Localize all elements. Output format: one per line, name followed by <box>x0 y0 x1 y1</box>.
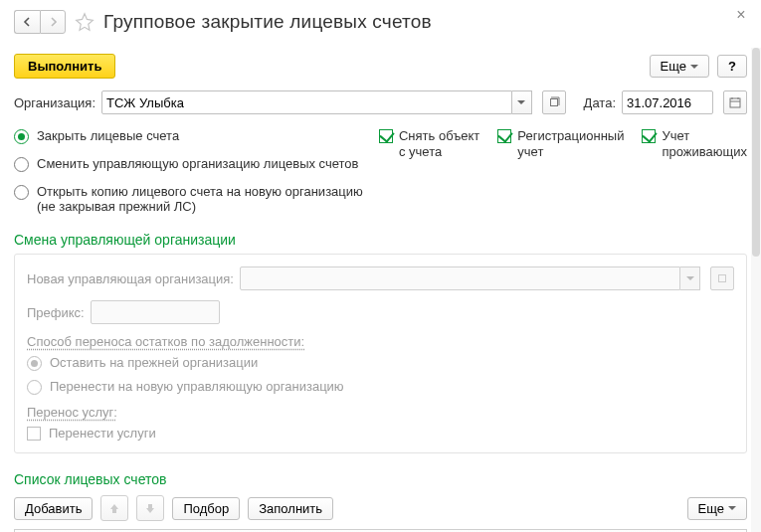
help-button[interactable]: ? <box>717 55 747 78</box>
mode-change-org[interactable]: Сменить управляющую организацию лицевых … <box>14 156 363 172</box>
new-org-input-wrap <box>240 266 700 290</box>
radio-icon <box>14 157 29 172</box>
checkbox-icon <box>27 427 41 441</box>
prefix-input <box>91 300 220 324</box>
list-section-title: Список лицевых счетов <box>14 471 747 487</box>
services-transfer-check: Перенести услуги <box>27 426 734 441</box>
mode-close-accounts[interactable]: Закрыть лицевые счета <box>14 128 363 144</box>
open-external-icon <box>548 96 560 108</box>
pick-button[interactable]: Подбор <box>172 497 240 520</box>
radio-icon <box>27 356 42 371</box>
balance-transfer-label: Способ переноса остатков по задолженност… <box>27 334 304 349</box>
checkbox-icon <box>379 129 393 143</box>
svg-rect-1 <box>730 98 740 107</box>
calendar-icon <box>729 96 741 108</box>
date-calendar-button[interactable] <box>723 90 747 114</box>
scrollbar-thumb[interactable] <box>752 48 760 257</box>
nav-back-button[interactable] <box>14 10 40 34</box>
check-remove-object[interactable]: Снять объект с учета <box>379 128 479 214</box>
services-transfer-label: Перенос услуг: <box>27 405 117 420</box>
balance-move-new-label: Перенести на новую управляющую организац… <box>50 379 344 394</box>
balance-move-new: Перенести на новую управляющую организац… <box>27 379 734 395</box>
list-more-button[interactable]: Еще <box>687 497 747 520</box>
nav-forward-button[interactable] <box>40 10 66 34</box>
organization-open-button[interactable] <box>542 90 566 114</box>
check-residents[interactable]: Учет проживающих <box>642 128 747 214</box>
list-more-button-label: Еще <box>698 501 724 516</box>
new-org-label: Новая управляющая организация: <box>27 271 234 286</box>
close-button[interactable]: × <box>733 6 749 22</box>
services-transfer-check-label: Перенести услуги <box>49 426 156 441</box>
prefix-label: Префикс: <box>27 305 85 320</box>
open-external-icon <box>716 272 728 284</box>
change-org-section-title: Смена управляющей организации <box>14 232 747 248</box>
mode-open-copy-label: Открыть копию лицевого счета на новую ор… <box>37 184 363 214</box>
move-up-button[interactable] <box>100 495 128 521</box>
organization-label: Организация: <box>14 95 95 110</box>
chevron-down-icon <box>728 506 736 510</box>
radio-icon <box>27 380 42 395</box>
favorite-star-icon[interactable] <box>74 11 95 33</box>
more-button[interactable]: Еще <box>650 55 709 78</box>
chevron-down-icon <box>690 65 698 69</box>
chevron-down-icon <box>686 276 694 280</box>
execute-button[interactable]: Выполнить <box>14 54 115 79</box>
organization-input[interactable] <box>101 90 512 114</box>
mode-change-org-label: Сменить управляющую организацию лицевых … <box>37 156 358 171</box>
organization-input-wrap <box>101 90 532 114</box>
date-label: Дата: <box>584 95 616 110</box>
arrow-up-icon <box>108 502 120 514</box>
arrow-down-icon <box>144 502 156 514</box>
checkbox-icon <box>497 129 511 143</box>
page-title: Групповое закрытие лицевых счетов <box>103 11 432 33</box>
date-input[interactable] <box>622 90 713 114</box>
move-down-button[interactable] <box>136 495 164 521</box>
organization-dropdown-button[interactable] <box>512 90 532 114</box>
chevron-down-icon <box>517 100 525 104</box>
new-org-open-button <box>710 266 734 290</box>
add-button[interactable]: Добавить <box>14 497 93 520</box>
mode-close-accounts-label: Закрыть лицевые счета <box>37 128 179 143</box>
check-registration[interactable]: Регистрационный учет <box>497 128 624 214</box>
fill-button[interactable]: Заполнить <box>248 497 333 520</box>
new-org-input <box>240 266 680 290</box>
arrow-left-icon <box>23 17 33 27</box>
new-org-dropdown-button <box>680 266 700 290</box>
radio-icon <box>14 129 29 144</box>
vertical-scrollbar[interactable] <box>751 48 761 532</box>
balance-keep-old-label: Оставить на прежней организации <box>50 355 258 370</box>
balance-keep-old: Оставить на прежней организации <box>27 355 734 371</box>
svg-rect-0 <box>550 99 557 106</box>
svg-rect-5 <box>719 275 726 282</box>
radio-icon <box>14 185 29 200</box>
more-button-label: Еще <box>661 59 686 74</box>
change-org-group: Новая управляющая организация: Префикс: … <box>14 254 747 453</box>
checkbox-icon <box>642 129 656 143</box>
arrow-right-icon <box>48 17 58 27</box>
mode-open-copy[interactable]: Открыть копию лицевого счета на новую ор… <box>14 184 363 214</box>
